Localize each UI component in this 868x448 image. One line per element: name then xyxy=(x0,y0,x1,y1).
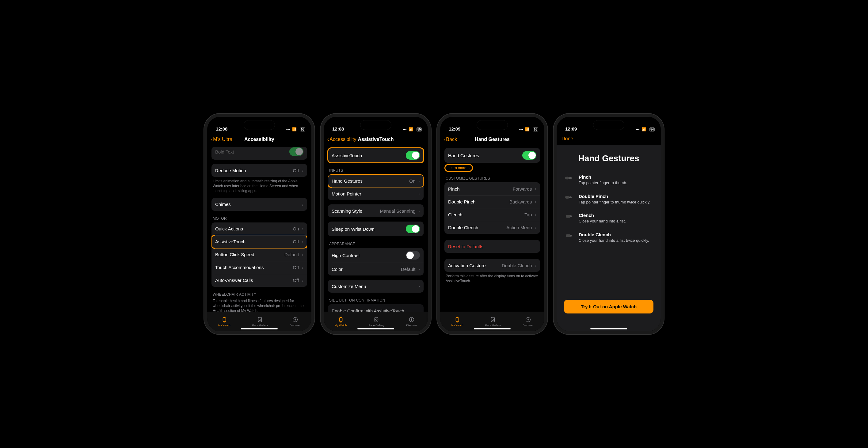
discover-icon xyxy=(408,316,415,323)
page-title: AssistiveTouch xyxy=(358,137,394,142)
status-icons: ••• 📶 55 xyxy=(286,127,305,131)
button-click-speed-row[interactable]: Button Click Speed Default › xyxy=(212,248,307,261)
learn-more-link[interactable]: Learn more… xyxy=(445,165,472,171)
assistivetouch-toggle[interactable] xyxy=(406,151,420,160)
dynamic-island xyxy=(361,121,391,130)
chevron-icon: › xyxy=(302,252,304,257)
wheelchair-header: WHEELCHAIR ACTIVITY xyxy=(212,287,307,298)
quick-actions-row[interactable]: Quick Actions On › xyxy=(212,222,307,235)
assistivetouch-toggle-row[interactable]: AssistiveTouch xyxy=(328,148,424,163)
confirm-row[interactable]: Enable Confirm with AssistiveTouch xyxy=(328,304,424,312)
tab-face-gallery[interactable]: Face Gallery xyxy=(485,316,501,327)
watch-icon xyxy=(221,316,228,323)
gesture-double-pinch: Double PinchTap pointer finger to thumb … xyxy=(564,194,653,205)
scanning-style-row[interactable]: Scanning Style Manual Scanning › xyxy=(328,204,424,217)
pinch-row[interactable]: Pinch Forwards › xyxy=(444,182,540,195)
chevron-icon: › xyxy=(535,225,536,230)
chevron-icon: › xyxy=(535,263,536,268)
home-indicator[interactable] xyxy=(358,328,394,329)
done-button[interactable]: Done xyxy=(561,136,573,141)
screen-hand-gestures-info: 12:09 ••• 📶 54 Done Hand Gestures PinchT… xyxy=(554,114,664,334)
appearance-header: APPEARANCE xyxy=(328,236,424,248)
chevron-icon: › xyxy=(302,168,304,173)
page-title: Accessibility xyxy=(244,137,274,142)
status-icons: ••• 📶 55 xyxy=(519,127,538,131)
home-indicator[interactable] xyxy=(241,328,278,329)
chevron-icon: › xyxy=(302,239,304,244)
chevron-icon: › xyxy=(535,199,536,204)
fist-icon xyxy=(564,232,573,239)
tab-face-gallery[interactable]: Face Gallery xyxy=(252,316,268,327)
wheelchair-footer: To enable health and fitness features de… xyxy=(212,298,307,312)
watch-icon xyxy=(454,316,461,323)
reduce-motion-value: Off xyxy=(293,168,300,173)
side-button-header: SIDE BUTTON CONFIRMATION xyxy=(328,293,424,304)
double-clench-row[interactable]: Double Clench Action Menu › xyxy=(444,221,540,234)
high-contrast-toggle[interactable] xyxy=(406,251,420,260)
chevron-icon: › xyxy=(418,178,420,183)
clench-row[interactable]: Clench Tap › xyxy=(444,208,540,221)
bold-text-toggle[interactable] xyxy=(289,148,304,156)
status-time: 12:09 xyxy=(449,126,460,131)
dynamic-island xyxy=(244,121,275,130)
chevron-icon: › xyxy=(302,265,304,270)
discover-icon xyxy=(525,316,531,323)
screen-hand-gestures-settings: 12:09 ••• 📶 55 ‹ Back Hand Gestures Hand… xyxy=(437,114,548,334)
try-it-button[interactable]: Try It Out on Apple Watch xyxy=(564,300,653,314)
chevron-icon: › xyxy=(302,278,304,283)
back-button[interactable]: ‹ Accessibility xyxy=(327,137,356,142)
hand-gestures-toggle[interactable] xyxy=(522,151,536,160)
touch-accommodations-row[interactable]: Touch Accommodations Off › xyxy=(212,261,307,274)
tab-my-watch[interactable]: My Watch xyxy=(218,316,230,327)
screen-accessibility: 12:08 ••• 📶 55 ‹ M's Ultra Accessibility… xyxy=(204,114,314,334)
home-indicator[interactable] xyxy=(474,328,510,329)
tab-discover[interactable]: Discover xyxy=(290,316,300,327)
back-button[interactable]: ‹ Back xyxy=(444,137,457,142)
nav-bar: ‹ M's Ultra Accessibility xyxy=(207,133,311,146)
reduce-motion-row[interactable]: Reduce Motion Off › xyxy=(212,164,307,177)
status-icons: ••• 📶 54 xyxy=(636,127,655,131)
dynamic-island xyxy=(593,121,624,130)
chevron-icon: › xyxy=(302,202,304,207)
tab-discover[interactable]: Discover xyxy=(523,316,533,327)
tab-discover[interactable]: Discover xyxy=(406,316,417,327)
gesture-pinch: PinchTap pointer finger to thumb. xyxy=(564,174,653,186)
chevron-icon: › xyxy=(418,284,420,289)
status-time: 12:08 xyxy=(332,126,344,131)
chevron-icon: › xyxy=(418,191,420,196)
chevron-icon: › xyxy=(302,226,304,231)
reset-defaults-row[interactable]: Reset to Defaults xyxy=(444,240,540,253)
tab-face-gallery[interactable]: Face Gallery xyxy=(369,316,384,327)
tab-my-watch[interactable]: My Watch xyxy=(335,316,347,327)
screen-assistivetouch: 12:08 ••• 📶 55 ‹ Accessibility Assistive… xyxy=(320,114,431,334)
status-time: 12:09 xyxy=(565,126,577,131)
assistivetouch-row[interactable]: AssistiveTouch Off › xyxy=(212,235,307,248)
customize-menu-row[interactable]: Customize Menu › xyxy=(328,280,424,293)
customize-header: CUSTOMIZE GESTURES xyxy=(444,173,540,182)
motion-pointer-row[interactable]: Motion Pointer › xyxy=(328,187,424,200)
double-pinch-row[interactable]: Double Pinch Backwards › xyxy=(444,195,540,208)
pinch-icon xyxy=(564,194,573,200)
battery-level: 55 xyxy=(300,127,305,131)
motor-header: MOTOR xyxy=(212,211,307,222)
activation-footer: Perform this gesture after the display t… xyxy=(444,272,540,283)
gallery-icon xyxy=(256,316,263,323)
hand-gestures-toggle-row[interactable]: Hand Gestures xyxy=(444,148,540,163)
activation-gesture-row[interactable]: Activation Gesture Double Clench › xyxy=(444,259,540,272)
auto-answer-row[interactable]: Auto-Answer Calls Off › xyxy=(212,274,307,287)
bold-text-row[interactable]: Bold Text xyxy=(212,147,307,160)
color-row[interactable]: Color Default › xyxy=(328,263,424,276)
tab-my-watch[interactable]: My Watch xyxy=(451,316,463,327)
discover-icon xyxy=(292,316,299,323)
chevron-icon: › xyxy=(535,212,536,217)
gallery-icon xyxy=(490,316,496,323)
back-button[interactable]: ‹ M's Ultra xyxy=(211,137,232,142)
sleep-wrist-toggle[interactable] xyxy=(406,225,420,233)
status-time: 12:08 xyxy=(216,126,227,131)
sleep-wrist-row[interactable]: Sleep on Wrist Down xyxy=(328,222,424,236)
nav-bar: ‹ Accessibility AssistiveTouch xyxy=(324,133,428,146)
high-contrast-row[interactable]: High Contrast xyxy=(328,248,424,263)
chimes-row[interactable]: Chimes › xyxy=(212,198,307,211)
home-indicator[interactable] xyxy=(590,328,627,329)
hand-gestures-row[interactable]: Hand Gestures On › xyxy=(328,174,424,187)
